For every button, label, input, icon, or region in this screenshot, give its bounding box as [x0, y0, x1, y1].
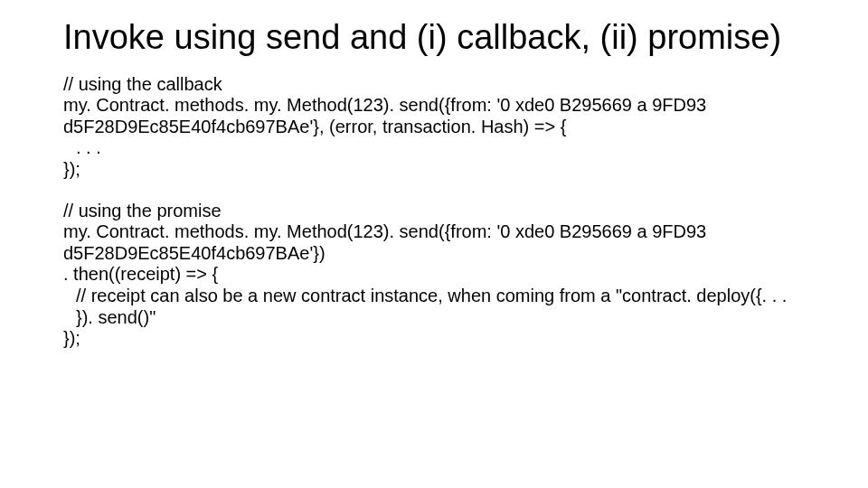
- code-line: my. Contract. methods. my. Method(123). …: [63, 221, 805, 264]
- code-line: // receipt can also be a new contract in…: [63, 286, 805, 328]
- code-line: . . .: [63, 137, 805, 159]
- code-line: // using the callback: [63, 74, 805, 96]
- code-line: // using the promise: [63, 201, 805, 222]
- spacer: [63, 181, 805, 201]
- slide-title: Invoke using send and (i) callback, (ii)…: [63, 18, 805, 58]
- code-line: });: [63, 159, 805, 181]
- code-line: . then((receipt) => {: [63, 264, 805, 286]
- code-line: });: [63, 328, 805, 350]
- code-line: my. Contract. methods. my. Method(123). …: [63, 95, 805, 137]
- slide: Invoke using send and (i) callback, (ii)…: [0, 0, 868, 488]
- code-block-callback: // using the callback my. Contract. meth…: [63, 74, 805, 181]
- code-block-promise: // using the promise my. Contract. metho…: [63, 201, 805, 350]
